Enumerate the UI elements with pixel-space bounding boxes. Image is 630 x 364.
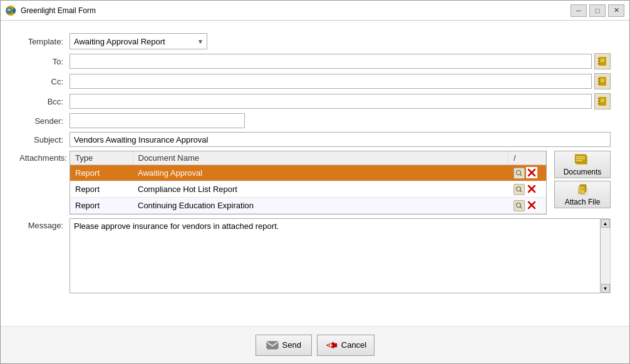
svg-rect-47	[334, 343, 337, 347]
attachment-actions	[509, 165, 546, 181]
svg-rect-6	[601, 59, 604, 59]
attachments-table: Type Document Name / ReportAwaiting Appr…	[70, 151, 546, 214]
svg-rect-3	[598, 58, 599, 59]
svg-rect-7	[601, 60, 604, 61]
svg-rect-37	[576, 156, 585, 158]
attachment-delete-button[interactable]	[526, 200, 537, 211]
template-select[interactable]: Awaiting Approval Report	[70, 33, 207, 49]
svg-rect-39	[576, 160, 582, 161]
book-icon-cc	[597, 77, 607, 86]
svg-rect-11	[598, 81, 599, 82]
attachment-name: Compliance Hot List Report	[133, 181, 509, 198]
attachment-name: Continuing Education Expiration	[133, 198, 509, 214]
to-input-group	[70, 53, 611, 69]
cc-address-book-button[interactable]	[594, 73, 611, 89]
documents-icon	[575, 153, 590, 166]
sender-input[interactable]	[70, 113, 245, 128]
svg-rect-38	[576, 158, 585, 159]
scroll-down-btn[interactable]: ▼	[601, 284, 610, 293]
attachments-label: Attachments:	[19, 151, 70, 163]
table-row[interactable]: ReportAwaiting Approval	[70, 165, 546, 181]
svg-point-1	[8, 9, 10, 11]
attachment-delete-button[interactable]	[526, 167, 537, 178]
message-textarea[interactable]	[70, 218, 601, 293]
cancel-icon	[325, 340, 338, 350]
attachment-search-button[interactable]	[514, 184, 525, 195]
svg-rect-8	[601, 61, 604, 62]
svg-rect-18	[598, 101, 599, 102]
app-icon	[6, 6, 16, 16]
documents-label: Documents	[564, 168, 602, 176]
message-label: Message:	[19, 218, 70, 230]
svg-rect-19	[598, 103, 599, 104]
subject-row: Subject:	[19, 132, 611, 147]
svg-point-23	[516, 171, 520, 175]
form-content: Template: Awaiting Approval Report To:	[1, 21, 629, 326]
message-scrollbar[interactable]: ▲ ▼	[601, 218, 611, 293]
svg-rect-5	[598, 63, 599, 64]
to-input[interactable]	[70, 54, 592, 69]
template-row: Template: Awaiting Approval Report	[19, 33, 611, 49]
book-icon-bcc	[597, 97, 607, 106]
attachment-actions	[509, 198, 546, 214]
bcc-input[interactable]	[70, 94, 592, 109]
svg-rect-14	[601, 80, 604, 81]
cancel-label: Cancel	[341, 340, 366, 350]
documents-button[interactable]: Documents	[554, 151, 611, 178]
subject-input[interactable]	[70, 132, 611, 147]
cc-row: Cc:	[19, 73, 611, 89]
send-button[interactable]: Send	[256, 335, 312, 356]
send-label: Send	[282, 340, 301, 350]
sender-row: Sender:	[19, 113, 611, 128]
book-icon	[597, 57, 607, 66]
main-window: Greenlight Email Form ─ □ ✕ Template: Aw…	[0, 0, 630, 364]
col-docname-header: Document Name	[133, 151, 509, 165]
form-footer: Send Cancel	[1, 326, 629, 363]
attachment-type: Report	[70, 198, 133, 214]
cc-input[interactable]	[70, 74, 592, 89]
attachments-side-buttons: Documents Attach File	[554, 151, 611, 208]
svg-rect-4	[598, 61, 599, 62]
bcc-row: Bcc:	[19, 93, 611, 109]
svg-rect-10	[598, 78, 599, 79]
cc-input-group	[70, 73, 611, 89]
bcc-label: Bcc:	[19, 97, 70, 106]
to-address-book-button[interactable]	[594, 53, 611, 69]
subject-label: Subject:	[19, 135, 70, 144]
svg-point-27	[516, 187, 520, 191]
scroll-up-btn[interactable]: ▲	[601, 219, 610, 228]
attachment-delete-button[interactable]	[526, 183, 537, 195]
message-area-wrapper: ▲ ▼	[70, 218, 611, 293]
window-controls: ─ □ ✕	[571, 4, 624, 17]
cancel-button[interactable]: Cancel	[317, 335, 374, 356]
svg-rect-12	[598, 83, 599, 84]
svg-rect-43	[581, 190, 584, 190]
to-label: To:	[19, 57, 70, 66]
svg-line-24	[520, 174, 522, 176]
svg-point-31	[516, 203, 520, 208]
svg-rect-17	[598, 98, 599, 99]
bcc-input-group	[70, 93, 611, 109]
attach-file-button[interactable]: Attach File	[554, 181, 611, 208]
table-row[interactable]: ReportContinuing Education Expiration	[70, 198, 546, 214]
close-button[interactable]: ✕	[608, 4, 624, 17]
attachments-table-wrapper: Type Document Name / ReportAwaiting Appr…	[70, 151, 547, 215]
attachment-type: Report	[70, 165, 133, 181]
col-type-header: Type	[70, 151, 133, 165]
template-label: Template:	[19, 37, 70, 46]
attachment-type: Report	[70, 181, 133, 198]
svg-rect-22	[601, 101, 604, 102]
template-select-wrapper: Awaiting Approval Report	[70, 33, 207, 49]
attachment-search-button[interactable]	[514, 168, 525, 179]
attachments-section: Attachments: Type Document Name / Report…	[19, 151, 611, 215]
minimize-button[interactable]: ─	[571, 4, 587, 17]
window-title: Greenlight Email Form	[21, 6, 571, 15]
svg-rect-13	[601, 79, 604, 79]
svg-rect-15	[601, 81, 604, 82]
attachment-search-button[interactable]	[514, 200, 525, 211]
sender-label: Sender:	[19, 116, 70, 126]
svg-rect-20	[601, 99, 604, 99]
table-row[interactable]: ReportCompliance Hot List Report	[70, 181, 546, 198]
maximize-button[interactable]: □	[589, 4, 606, 17]
bcc-address-book-button[interactable]	[594, 93, 611, 109]
